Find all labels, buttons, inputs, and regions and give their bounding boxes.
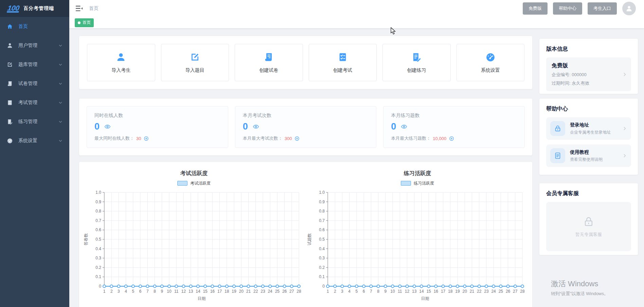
- paper-icon: [264, 52, 274, 62]
- gauge-icon: [7, 138, 13, 144]
- svg-text:18: 18: [225, 289, 229, 294]
- stat-card-month-exams: 本月考试次数0本月最大考试次数：300: [235, 106, 377, 148]
- svg-text:2: 2: [334, 289, 336, 294]
- hamburger-icon[interactable]: [75, 5, 83, 12]
- sidebar: 100 百分考管理端 首页用户管理题库管理试卷管理考试管理练习管理系统设置: [0, 0, 69, 307]
- svg-text:24: 24: [491, 289, 496, 294]
- stat-value: 0: [391, 122, 396, 131]
- svg-text:0.9: 0.9: [95, 200, 101, 204]
- sidebar-item-exam-management[interactable]: 考试管理: [0, 93, 69, 112]
- stat-limit-label: 本月最大考试次数：: [243, 135, 283, 141]
- chart-legend[interactable]: 考试活跃度: [82, 181, 306, 186]
- quick-action-import-questions[interactable]: 导入题目: [161, 44, 229, 81]
- help-center-button[interactable]: 帮助中心: [553, 2, 582, 15]
- quick-action-create-paper[interactable]: 创建试卷: [235, 44, 303, 81]
- plus-circle-icon[interactable]: [449, 136, 454, 141]
- svg-text:8: 8: [377, 289, 379, 294]
- eye-icon[interactable]: [253, 123, 259, 130]
- svg-text:9: 9: [161, 289, 163, 294]
- svg-text:28: 28: [520, 289, 525, 294]
- svg-text:14: 14: [196, 289, 200, 294]
- avatar-user-icon: [625, 5, 633, 12]
- svg-text:1.0: 1.0: [95, 190, 101, 195]
- svg-text:1.0: 1.0: [319, 190, 325, 195]
- vip-service-heading: 会员专属客服: [546, 190, 631, 197]
- svg-text:23: 23: [261, 289, 265, 294]
- svg-text:5: 5: [132, 289, 135, 294]
- chart-plot-area: 00.10.20.30.40.50.60.70.80.91.0123456789…: [305, 188, 530, 304]
- plan-name: 免费版: [552, 62, 626, 69]
- quick-action-create-practice[interactable]: 创建练习: [382, 44, 451, 81]
- svg-text:19: 19: [455, 289, 460, 294]
- help-item-tutorial[interactable]: 使用教程查看完整使用说明: [546, 144, 631, 167]
- stat-value: 0: [243, 122, 248, 131]
- vip-service-card: 暂无专属客服: [546, 202, 631, 251]
- svg-text:10: 10: [167, 289, 172, 294]
- svg-text:20: 20: [239, 289, 244, 294]
- legend-swatch: [177, 181, 187, 186]
- svg-text:24: 24: [268, 289, 272, 294]
- quick-action-create-exam[interactable]: 创建考试: [309, 44, 377, 81]
- svg-text:7: 7: [146, 289, 149, 294]
- sidebar-item-system-settings[interactable]: 系统设置: [0, 131, 69, 150]
- eye-icon[interactable]: [401, 123, 407, 130]
- version-card[interactable]: 免费版 企业编号: 000000 过期时间: 永久有效: [546, 57, 631, 91]
- help-item-title: 使用教程: [570, 149, 603, 155]
- svg-text:21: 21: [246, 289, 251, 294]
- legend-label: 考试活跃度: [190, 181, 211, 186]
- windows-activation-watermark: 激活 Windows 转到“设置”以激活 Windows。: [551, 279, 608, 297]
- svg-text:19: 19: [232, 289, 236, 294]
- sidebar-item-user-management[interactable]: 用户管理: [0, 36, 69, 55]
- charts-panel: 考试活跃度考试活跃度00.10.20.30.40.50.60.70.80.91.…: [79, 162, 532, 307]
- quick-actions-panel: 导入考生导入题目创建试卷创建考试创建练习系统设置: [79, 36, 532, 89]
- free-version-button[interactable]: 免费版: [523, 2, 548, 15]
- help-item-icon-box: [550, 148, 565, 163]
- svg-text:0.1: 0.1: [95, 274, 101, 279]
- svg-text:5: 5: [356, 289, 358, 294]
- quick-action-import-examinees[interactable]: 导入考生: [87, 44, 155, 81]
- avatar[interactable]: [622, 2, 636, 15]
- app-logo[interactable]: 100 百分考管理端: [0, 0, 69, 17]
- sidebar-item-label: 考试管理: [18, 100, 37, 106]
- chart-exam-activity: 考试活跃度考试活跃度00.10.20.30.40.50.60.70.80.91.…: [82, 165, 306, 304]
- svg-text:14: 14: [419, 289, 424, 294]
- examinee-portal-button[interactable]: 考生入口: [588, 2, 617, 15]
- plus-circle-icon[interactable]: [294, 136, 300, 141]
- help-item-title: 登录地址: [570, 122, 611, 128]
- version-info-heading: 版本信息: [546, 46, 631, 53]
- vip-service-panel: 会员专属客服 暂无专属客服: [539, 183, 638, 255]
- legend-swatch: [401, 181, 411, 186]
- quick-action-label: 导入考生: [111, 67, 130, 73]
- svg-text:13: 13: [189, 289, 193, 294]
- svg-text:6: 6: [363, 289, 365, 294]
- stat-value: 0: [94, 122, 100, 131]
- sidebar-item-paper-management[interactable]: 试卷管理: [0, 74, 69, 93]
- stat-limit-label: 最大同时在线人数：: [94, 135, 134, 141]
- stat-limit-value: 300: [285, 136, 292, 141]
- svg-text:0.7: 0.7: [319, 218, 325, 223]
- org-number-value: 000000: [572, 72, 586, 77]
- svg-text:0.8: 0.8: [95, 209, 101, 214]
- plus-circle-icon[interactable]: [144, 136, 149, 141]
- svg-text:3: 3: [341, 289, 343, 294]
- svg-text:0.4: 0.4: [95, 246, 101, 251]
- sidebar-item-home[interactable]: 首页: [0, 17, 69, 36]
- x-axis-name: 日期: [198, 296, 206, 301]
- chevron-down-icon: [58, 44, 62, 48]
- help-center-panel: 帮助中心 登录地址企业专属考生登录地址使用教程查看完整使用说明: [539, 99, 638, 175]
- doc-edit-icon: [7, 119, 13, 125]
- quick-action-system-settings[interactable]: 系统设置: [457, 44, 525, 81]
- svg-text:11: 11: [174, 289, 179, 294]
- y-axis-name: 试题数: [307, 233, 312, 245]
- svg-text:0.5: 0.5: [95, 237, 101, 242]
- stat-limit-value: 30: [136, 136, 141, 141]
- sidebar-item-practice-management[interactable]: 练习管理: [0, 112, 69, 131]
- eye-icon[interactable]: [104, 123, 111, 130]
- chart-legend[interactable]: 练习活跃度: [305, 181, 530, 186]
- sidebar-item-question-bank[interactable]: 题库管理: [0, 55, 69, 74]
- svg-text:0.2: 0.2: [95, 265, 101, 270]
- tag-home[interactable]: 首页: [75, 18, 94, 27]
- help-item-login-address[interactable]: 登录地址企业专属考生登录地址: [546, 117, 631, 140]
- breadcrumb[interactable]: 首页: [89, 5, 99, 12]
- stat-card-month-practice: 本月练习题数0本月最大练习题数：10,000: [383, 106, 525, 148]
